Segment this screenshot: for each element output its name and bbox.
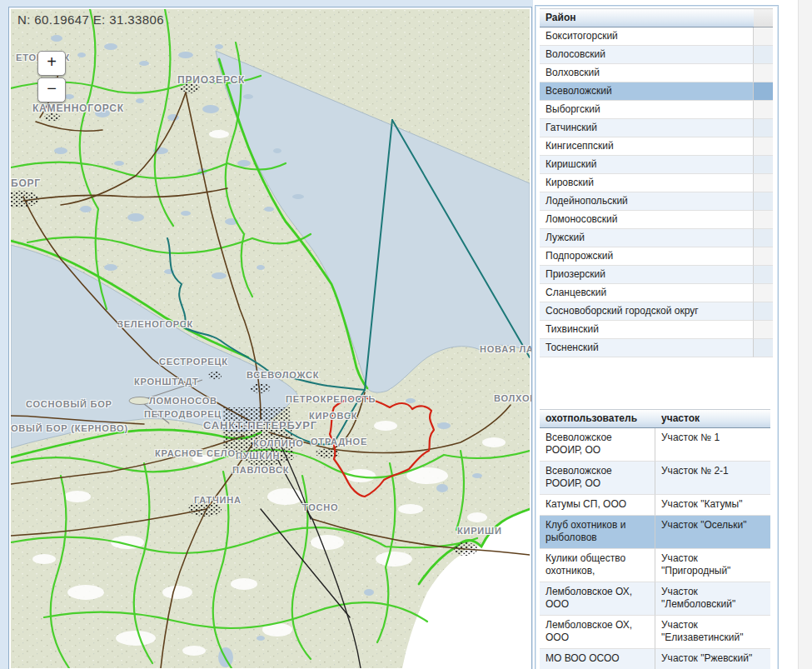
map-city-label: БОРГ xyxy=(11,177,41,189)
parcel-row[interactable]: Лемболовское ОХ, ОООУчасток "Елизаветинс… xyxy=(540,616,770,649)
parcel-table-header: охотпользователь участок xyxy=(540,409,770,428)
parcel-row[interactable]: Клуб охотников и рыболововУчасток "Осель… xyxy=(540,516,770,549)
district-row-spacer xyxy=(754,156,773,174)
district-name: Волосовский xyxy=(540,46,754,64)
district-row[interactable]: Волховский xyxy=(540,64,773,82)
district-name: Волховский xyxy=(540,64,754,82)
district-name: Подпорожский xyxy=(540,247,754,266)
map-city-label: ПЕТРОКРЕПОСТЬ xyxy=(286,394,376,404)
parcel-user: МО ВОО ОСОО xyxy=(540,649,655,669)
map-city-label: КРОНШТАДТ xyxy=(134,377,199,387)
map-city-label: СЕСТРОРЕЦК xyxy=(159,357,228,367)
zoom-in-button[interactable]: + xyxy=(37,51,66,76)
district-name: Сосновоборский городской округ xyxy=(540,302,754,321)
district-row-spacer xyxy=(754,174,773,192)
district-row-spacer xyxy=(754,321,773,339)
district-row-spacer xyxy=(754,211,773,229)
district-row[interactable]: Кингисеппский xyxy=(540,137,773,156)
district-header-spacer xyxy=(754,8,773,27)
district-row[interactable]: Ломоносовский xyxy=(540,211,773,229)
parcel-rows: Всеволожское РООИР, ООУчасток № 1Всеволо… xyxy=(540,428,770,669)
district-row[interactable]: Всеволожский xyxy=(540,82,773,101)
district-row[interactable]: Подпорожский xyxy=(540,247,773,266)
map-city-label: ПРИОЗЕРСК xyxy=(177,74,245,86)
parcel-row[interactable]: Всеволожское РООИР, ООУчасток № 1 xyxy=(540,428,770,462)
district-row[interactable]: Тихвинский xyxy=(540,321,773,339)
district-row[interactable]: Выборгский xyxy=(540,101,773,119)
parcel-user: Клуб охотников и рыболовов xyxy=(540,516,655,549)
district-row-spacer xyxy=(754,266,773,284)
district-row[interactable]: Кировский xyxy=(540,174,773,192)
parcel-row[interactable]: Кулики общество охотников,Участок "Приго… xyxy=(540,549,770,582)
parcel-site-column-header[interactable]: участок xyxy=(655,409,770,428)
district-row-spacer xyxy=(754,27,773,46)
district-row-spacer xyxy=(754,46,773,64)
parcel-user: Катумы СП, ООО xyxy=(540,495,655,516)
parcel-site: Участок "Пригородный" xyxy=(655,549,770,582)
parcel-row[interactable]: Катумы СП, ОООУчасток "Катумы" xyxy=(540,495,770,516)
parcel-row[interactable]: Всеволожское РООИР, ООУчасток № 2-1 xyxy=(540,462,770,495)
map-city-label: ЗЕЛЕНОГОРСК xyxy=(117,319,193,329)
district-row-spacer xyxy=(754,64,773,82)
district-row-spacer xyxy=(754,284,773,302)
parcel-site: Участок № 1 xyxy=(655,428,770,462)
district-row[interactable]: Бокситогорский xyxy=(540,27,773,46)
map-city-label: ЛОМОНОСОВ xyxy=(149,396,217,406)
parcel-row[interactable]: МО ВОО ОСООУчасток "Ржевский" xyxy=(540,649,770,669)
application-window: N: 60.19647 E: 31.33806 + − ЕТОГОРСККАМЕ… xyxy=(0,0,812,669)
parcel-user: Лемболовское ОХ, ООО xyxy=(540,582,655,616)
map-city-label: КРАСНОЕ СЕЛО xyxy=(155,448,236,458)
district-name: Всеволожский xyxy=(540,82,754,101)
zoom-out-button[interactable]: − xyxy=(37,77,66,102)
district-row[interactable]: Приозерский xyxy=(540,266,773,284)
sidebar-panel: Район БокситогорскийВолосовскийВолховски… xyxy=(535,5,779,669)
map-city-label: ОВЫЙ БОР (КЕРНОВО) xyxy=(11,423,128,433)
map-city-label: ПАВЛОВСК xyxy=(232,465,289,475)
district-column-header[interactable]: Район xyxy=(540,8,754,27)
parcel-user-column-header[interactable]: охотпользователь xyxy=(540,409,655,428)
district-rows: БокситогорскийВолосовскийВолховскийВсево… xyxy=(540,27,773,357)
district-row[interactable]: Сланцевский xyxy=(540,284,773,302)
parcel-table: охотпользователь участок Всеволожское РО… xyxy=(540,409,770,669)
map-viewport[interactable]: N: 60.19647 E: 31.33806 + − ЕТОГОРСККАМЕ… xyxy=(8,7,532,669)
district-row-spacer xyxy=(754,229,773,247)
district-row-spacer xyxy=(754,302,773,321)
district-row[interactable]: Волосовский xyxy=(540,46,773,64)
cursor-coordinates: N: 60.19647 E: 31.33806 xyxy=(17,12,164,27)
map-city-label: ПЕТРОДВОРЕЦ xyxy=(144,409,222,419)
map-city-label: ПУШКИН xyxy=(236,451,280,461)
district-name: Бокситогорский xyxy=(540,27,754,46)
page-background-right-strip xyxy=(798,0,812,669)
district-row-spacer xyxy=(754,119,773,137)
map-city-label: ОТРАДНОЕ xyxy=(311,437,367,447)
parcel-site: Участок № 2-1 xyxy=(655,462,770,495)
parcel-user: Всеволожское РООИР, ОО xyxy=(540,462,655,495)
district-row[interactable]: Гатчинский xyxy=(540,119,773,137)
map-city-label: ВСЕВОЛОЖСК xyxy=(247,370,319,380)
district-row[interactable]: Тосненский xyxy=(540,339,773,357)
map-city-label: ВОЛХОВ xyxy=(494,393,532,403)
map-city-label: КИРИШИ xyxy=(457,526,502,536)
parcel-site: Участок "Ржевский" xyxy=(655,649,770,669)
district-row-spacer xyxy=(754,137,773,156)
district-name: Кингисеппский xyxy=(540,137,754,156)
map-city-label: СОСНОВЫЙ БОР xyxy=(26,399,112,409)
map-city-label: КИРОВСК xyxy=(309,411,357,421)
district-name: Выборгский xyxy=(540,101,754,119)
map-city-label: ГАТЧИНА xyxy=(194,495,242,505)
map-city-label: ТОСНО xyxy=(302,502,338,512)
zoom-controls: + − xyxy=(37,51,64,104)
district-name: Кировский xyxy=(540,174,754,192)
district-name: Лодейнопольский xyxy=(540,192,754,211)
parcel-user: Лемболовское ОХ, ООО xyxy=(540,616,655,649)
district-row[interactable]: Сосновоборский городской округ xyxy=(540,302,773,321)
district-row[interactable]: Киришский xyxy=(540,156,773,174)
parcel-site: Участок "Елизаветинский" xyxy=(655,616,770,649)
district-row[interactable]: Лужский xyxy=(540,229,773,247)
parcel-site: Участок "Лемболовский" xyxy=(655,582,770,616)
map-city-label: САНКТ-ПЕТЕРБУРГ xyxy=(203,419,317,432)
district-table-header: Район xyxy=(540,8,773,27)
district-name: Тихвинский xyxy=(540,321,754,339)
parcel-row[interactable]: Лемболовское ОХ, ОООУчасток "Лемболовски… xyxy=(540,582,770,616)
district-row[interactable]: Лодейнопольский xyxy=(540,192,773,211)
